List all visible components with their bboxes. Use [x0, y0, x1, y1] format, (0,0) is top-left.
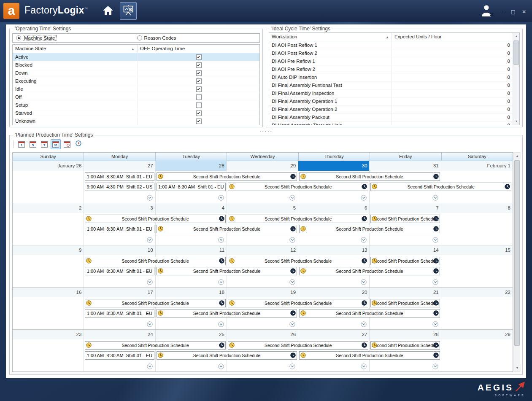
- workstation-row[interactable]: DI Final Assembly Packout0: [269, 113, 519, 121]
- recurring-schedule-event[interactable]: Second Shift Production Schedule: [228, 299, 369, 307]
- calendar-day-cell[interactable]: 29: [441, 330, 513, 371]
- recurring-schedule-event[interactable]: Second Shift Production Schedule: [299, 351, 440, 360]
- calendar-day-cell[interactable]: 27: [84, 161, 155, 203]
- more-events-arrow[interactable]: [289, 321, 295, 327]
- shift-event[interactable]: 1:00 AM 8:30 AM Shift 01 - EU: [85, 351, 154, 360]
- workstation-row[interactable]: DI AOI Pre Reflow 10: [269, 57, 519, 65]
- reason-codes-radio[interactable]: Reason Codes: [137, 35, 176, 40]
- scrollbar-thumb[interactable]: [513, 40, 519, 65]
- more-events-arrow[interactable]: [432, 363, 438, 369]
- machine-state-row[interactable]: Active✔: [13, 53, 259, 61]
- more-events-arrow[interactable]: [432, 237, 438, 243]
- machine-state-row[interactable]: Blocked✔: [13, 61, 259, 69]
- calendar-day-cell[interactable]: 20: [298, 288, 370, 329]
- recurring-schedule-event[interactable]: Second Shift Production Schedule: [228, 257, 369, 265]
- workstation-row[interactable]: DI Hand Assembly Through Hole0: [269, 121, 519, 125]
- calendar-day-cell[interactable]: 11: [156, 245, 227, 287]
- calendar-day-cell[interactable]: 3: [84, 203, 155, 245]
- timeline-view-button[interactable]: [62, 139, 72, 149]
- oee-settings-button[interactable]: [120, 2, 137, 20]
- calendar-day-cell[interactable]: January 26: [13, 161, 84, 203]
- workstation-row[interactable]: DI Final Assembly Operation 10: [269, 97, 519, 105]
- recurring-schedule-event[interactable]: Second Shift Production Schedule: [370, 257, 440, 265]
- workstation-row[interactable]: DI Final Assembly Operation 20: [269, 105, 519, 113]
- close-button[interactable]: ✕: [522, 9, 526, 14]
- machine-state-row[interactable]: Starved✔: [13, 109, 259, 117]
- shift-event[interactable]: 1:00 AM 8:30 AM Shift 01 - EU: [157, 183, 226, 191]
- oee-operating-time-checkbox[interactable]: ✔: [196, 118, 202, 124]
- workstation-row[interactable]: DI AOI Pre Reflow 20: [269, 65, 519, 73]
- oee-operating-time-checkbox[interactable]: [196, 102, 202, 108]
- calendar-day-cell[interactable]: 27: [298, 330, 370, 371]
- week-view-button[interactable]: 7: [39, 139, 49, 149]
- recurring-schedule-event[interactable]: Second Shift Production Schedule: [228, 183, 369, 191]
- time-scale-view-button[interactable]: [73, 139, 84, 149]
- recurring-schedule-event[interactable]: Second Shift Production Schedule: [299, 309, 440, 318]
- calendar-day-cell[interactable]: 23: [13, 330, 84, 371]
- more-events-arrow[interactable]: [289, 363, 295, 369]
- machine-state-row[interactable]: Off: [13, 93, 259, 101]
- machine-state-row[interactable]: Setup: [13, 101, 259, 109]
- recurring-schedule-event[interactable]: Second Shift Production Schedule: [299, 225, 440, 233]
- more-events-arrow[interactable]: [147, 279, 153, 285]
- recurring-schedule-event[interactable]: Second Shift Production Schedule: [85, 257, 226, 265]
- more-events-arrow[interactable]: [147, 321, 153, 327]
- more-events-arrow[interactable]: [218, 279, 224, 285]
- workstation-row[interactable]: DI AOI Post Reflow 20: [269, 49, 519, 57]
- recurring-schedule-event[interactable]: Second Shift Production Schedule: [370, 341, 440, 350]
- more-events-arrow[interactable]: [289, 195, 295, 201]
- calendar-day-cell[interactable]: 15: [441, 245, 513, 287]
- shift-event[interactable]: 9:00 AM 4:30 PM Shift 02 - US: [85, 183, 154, 191]
- more-events-arrow[interactable]: [147, 363, 153, 369]
- calendar-day-cell[interactable]: 25: [156, 330, 227, 371]
- calendar-day-cell[interactable]: 21: [370, 288, 441, 329]
- more-events-arrow[interactable]: [289, 279, 295, 285]
- day-view-button[interactable]: 1: [16, 139, 27, 149]
- more-events-arrow[interactable]: [361, 195, 367, 201]
- recurring-schedule-event[interactable]: Second Shift Production Schedule: [157, 225, 297, 233]
- calendar-day-cell[interactable]: 17: [84, 288, 155, 329]
- calendar-day-cell[interactable]: 26: [227, 330, 298, 371]
- calendar-day-cell[interactable]: 13: [298, 245, 370, 287]
- maximize-button[interactable]: □: [511, 9, 516, 14]
- workstation-column-header[interactable]: Workstation ▲: [269, 33, 392, 41]
- calendar-day-cell[interactable]: 10: [84, 245, 155, 287]
- more-events-arrow[interactable]: [432, 321, 438, 327]
- machine-state-row[interactable]: Down✔: [13, 69, 259, 77]
- user-session-icon[interactable]: [480, 4, 495, 17]
- recurring-schedule-event[interactable]: Second Shift Production Schedule: [157, 309, 297, 318]
- recurring-schedule-event[interactable]: Second Shift Production Schedule: [85, 215, 226, 223]
- oee-operating-time-checkbox[interactable]: ✔: [196, 86, 202, 92]
- shift-event[interactable]: 1:00 AM 8:30 AM Shift 01 - EU: [85, 172, 154, 181]
- workstation-row[interactable]: DI FInal Assembly Inspection0: [269, 89, 519, 97]
- machine-state-radio[interactable]: Machine State: [16, 35, 56, 40]
- scroll-up-button[interactable]: ▲: [513, 33, 520, 40]
- recurring-schedule-event[interactable]: Second Shift Production Schedule: [85, 341, 226, 350]
- more-events-arrow[interactable]: [361, 237, 367, 243]
- shift-event[interactable]: 1:00 AM 8:30 AM Shift 01 - EU: [85, 267, 154, 275]
- calendar-day-cell[interactable]: 8: [441, 203, 513, 245]
- more-events-arrow[interactable]: [361, 279, 367, 285]
- recurring-schedule-event[interactable]: Second Shift Production Schedule: [370, 215, 440, 223]
- scrollbar-thumb[interactable]: [514, 160, 520, 346]
- recurring-schedule-event[interactable]: Second Shift Production Schedule: [370, 183, 511, 191]
- calendar-day-cell[interactable]: 28: [370, 330, 441, 371]
- month-view-button[interactable]: 31: [51, 139, 61, 149]
- scroll-down-button[interactable]: ▼: [514, 365, 521, 371]
- more-events-arrow[interactable]: [432, 195, 438, 201]
- calendar-day-cell[interactable]: 31: [370, 161, 441, 203]
- recurring-schedule-event[interactable]: Second Shift Production Schedule: [157, 351, 297, 360]
- scroll-up-button[interactable]: ▲: [514, 153, 521, 159]
- shift-event[interactable]: 1:00 AM 8:30 AM Shift 01 - EU: [85, 309, 154, 318]
- machine-state-row[interactable]: Idle✔: [13, 85, 259, 93]
- recurring-schedule-event[interactable]: Second Shift Production Schedule: [228, 215, 369, 223]
- recurring-schedule-event[interactable]: Second Shift Production Schedule: [299, 172, 440, 181]
- machine-state-column-header[interactable]: Machine State ▲: [13, 45, 138, 53]
- machine-state-row[interactable]: Executing✔: [13, 77, 259, 85]
- more-events-arrow[interactable]: [218, 321, 224, 327]
- scroll-down-button[interactable]: ▼: [513, 118, 520, 125]
- machine-state-row[interactable]: Unknown✔: [13, 117, 259, 125]
- more-events-arrow[interactable]: [218, 237, 224, 243]
- calendar-day-cell[interactable]: 30: [298, 161, 370, 203]
- calendar-day-cell[interactable]: February 1: [441, 161, 513, 203]
